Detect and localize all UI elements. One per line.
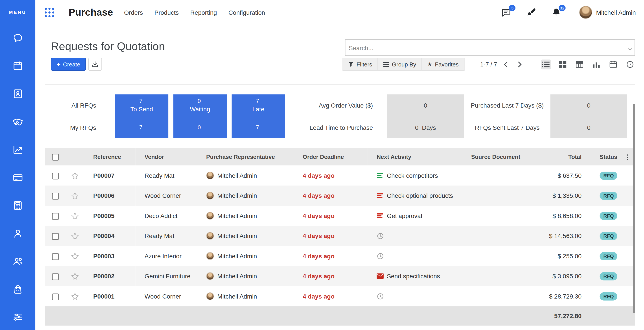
menu-products[interactable]: Products bbox=[154, 9, 178, 16]
kanban-view-icon bbox=[559, 61, 566, 67]
favorite-star-outline-icon[interactable] bbox=[71, 293, 79, 300]
calendar-view-button[interactable] bbox=[608, 59, 618, 69]
favorite-star-outline-icon[interactable] bbox=[71, 253, 79, 260]
sales-chart-icon[interactable] bbox=[12, 144, 23, 155]
activity-clock-icon[interactable] bbox=[376, 253, 384, 259]
menu-toggle[interactable]: MENU bbox=[9, 10, 26, 15]
favorite-star-outline-icon[interactable] bbox=[71, 232, 79, 240]
column-total[interactable]: Total bbox=[538, 148, 583, 165]
search-caret-icon[interactable] bbox=[628, 45, 632, 52]
row-star-cell bbox=[66, 266, 84, 286]
activity-tasks-icon[interactable] bbox=[376, 173, 384, 178]
activity-tasks-icon[interactable] bbox=[376, 193, 384, 198]
tile-late[interactable]: 7 Late 7 bbox=[232, 94, 285, 138]
app-title[interactable]: Purchase bbox=[69, 6, 113, 18]
stat-tile-2[interactable]: 0 0 bbox=[550, 94, 627, 138]
row-checkbox[interactable] bbox=[52, 253, 59, 260]
menu-configuration[interactable]: Configuration bbox=[228, 9, 265, 16]
row-checkbox[interactable] bbox=[52, 273, 59, 280]
users-icon[interactable] bbox=[12, 255, 23, 267]
activity-mail-icon[interactable] bbox=[376, 274, 384, 279]
row-checkbox[interactable] bbox=[52, 173, 59, 179]
column-purchase-representative[interactable]: Purchase Representative bbox=[197, 148, 294, 165]
kanban-view-button[interactable] bbox=[558, 59, 568, 69]
optional-columns-icon[interactable]: ⋮ bbox=[624, 153, 631, 160]
column-reference[interactable]: Reference bbox=[84, 148, 136, 165]
pager-next-button[interactable] bbox=[514, 59, 525, 70]
activity-cell[interactable] bbox=[368, 286, 462, 306]
column-source-document[interactable]: Source Document bbox=[462, 148, 538, 165]
table-row[interactable]: P00005 Deco Addict Mitchell Admin 4 days… bbox=[45, 206, 635, 226]
calculator-icon[interactable] bbox=[12, 200, 23, 211]
activity-cell[interactable]: Get approval bbox=[368, 206, 462, 226]
messages-button[interactable]: 3 bbox=[501, 7, 512, 18]
create-button-label: Create bbox=[63, 61, 80, 67]
group-by-button[interactable]: Group By bbox=[378, 58, 422, 71]
activity-cell[interactable]: Check competitors bbox=[368, 165, 462, 185]
pivot-view-button[interactable] bbox=[575, 59, 584, 69]
waiting-my-value: 0 bbox=[198, 123, 202, 131]
apps-menu-icon[interactable] bbox=[44, 7, 55, 18]
menu-orders[interactable]: Orders bbox=[124, 9, 143, 16]
row-checkbox[interactable] bbox=[52, 213, 59, 220]
calendar-icon[interactable] bbox=[12, 60, 23, 71]
list-view-button[interactable] bbox=[541, 59, 551, 69]
stat-tile-1[interactable]: 0 0 Days bbox=[387, 94, 464, 138]
row-checkbox[interactable] bbox=[52, 233, 59, 240]
activity-view-button[interactable] bbox=[625, 59, 635, 69]
menu-reporting[interactable]: Reporting bbox=[190, 9, 217, 16]
rep-name: Mitchell Admin bbox=[217, 232, 257, 239]
table-row[interactable]: P00003 Azure Interior Mitchell Admin 4 d… bbox=[45, 246, 635, 266]
top-menu: Orders Products Reporting Configuration bbox=[124, 9, 265, 16]
table-row[interactable]: P00006 Wood Corner Mitchell Admin 4 days… bbox=[45, 185, 635, 206]
column-status[interactable]: Status bbox=[583, 148, 620, 165]
contacts-icon[interactable] bbox=[12, 88, 23, 99]
tile-to-send[interactable]: 7 To Send 7 bbox=[115, 94, 168, 138]
row-checkbox[interactable] bbox=[52, 293, 59, 300]
handshake-icon[interactable] bbox=[12, 116, 23, 127]
activity-cell[interactable] bbox=[368, 226, 462, 246]
tile-waiting[interactable]: 0 Waiting 0 bbox=[173, 94, 227, 138]
status-badge: RFQ bbox=[600, 272, 618, 280]
column-vendor[interactable]: Vendor bbox=[136, 148, 197, 165]
pager-previous-button[interactable] bbox=[500, 59, 511, 70]
create-button[interactable]: + Create bbox=[51, 58, 86, 71]
graph-view-button[interactable] bbox=[592, 59, 601, 69]
search-input[interactable] bbox=[345, 39, 635, 56]
favorite-star-outline-icon[interactable] bbox=[71, 192, 79, 200]
table-row[interactable]: P00002 Gemini Furniture Mitchell Admin 4… bbox=[45, 266, 635, 286]
activity-tasks-icon[interactable] bbox=[376, 213, 384, 219]
notifications-bell-button[interactable]: 32 bbox=[551, 7, 562, 18]
rep-avatar bbox=[206, 172, 214, 179]
column-order-deadline[interactable]: Order Deadline bbox=[294, 148, 368, 165]
chat-icon[interactable] bbox=[12, 32, 23, 43]
user-menu[interactable]: Mitchell Admin bbox=[596, 9, 636, 16]
user-avatar[interactable] bbox=[579, 6, 592, 19]
credit-card-icon[interactable] bbox=[12, 172, 23, 183]
waiting-all-value: 0 bbox=[198, 97, 202, 105]
table-row[interactable]: P00001 Wood Corner Mitchell Admin 4 days… bbox=[45, 286, 635, 306]
activity-cell[interactable]: Send specifications bbox=[368, 266, 462, 286]
scrollbar-thumb[interactable] bbox=[633, 104, 635, 313]
user-icon[interactable] bbox=[12, 228, 23, 239]
favorites-button[interactable]: ★ Favorites bbox=[422, 58, 464, 71]
table-row[interactable]: P00007 Ready Mat Mitchell Admin 4 days a… bbox=[45, 165, 635, 185]
export-button[interactable] bbox=[88, 58, 102, 71]
column-next-activity[interactable]: Next Activity bbox=[368, 148, 462, 165]
favorite-star-outline-icon[interactable] bbox=[71, 172, 79, 180]
activity-clock-icon[interactable] bbox=[376, 233, 384, 239]
pager-value[interactable]: 1-7 / 7 bbox=[480, 61, 497, 67]
activity-cell[interactable]: Check optional products bbox=[368, 185, 462, 206]
sliders-icon[interactable] bbox=[12, 311, 23, 323]
favorite-star-outline-icon[interactable] bbox=[71, 212, 79, 220]
row-checkbox[interactable] bbox=[52, 193, 59, 199]
purchase-bag-icon[interactable] bbox=[12, 283, 23, 295]
filters-button[interactable]: Filters bbox=[342, 58, 378, 71]
status-cell: RFQ bbox=[583, 206, 620, 226]
table-row[interactable]: P00004 Ready Mat Mitchell Admin 4 days a… bbox=[45, 226, 635, 246]
activity-cell[interactable] bbox=[368, 246, 462, 266]
select-all-checkbox[interactable] bbox=[52, 154, 59, 160]
paintbrush-icon[interactable] bbox=[526, 7, 537, 18]
activity-clock-icon[interactable] bbox=[376, 293, 384, 300]
favorite-star-outline-icon[interactable] bbox=[71, 273, 79, 280]
